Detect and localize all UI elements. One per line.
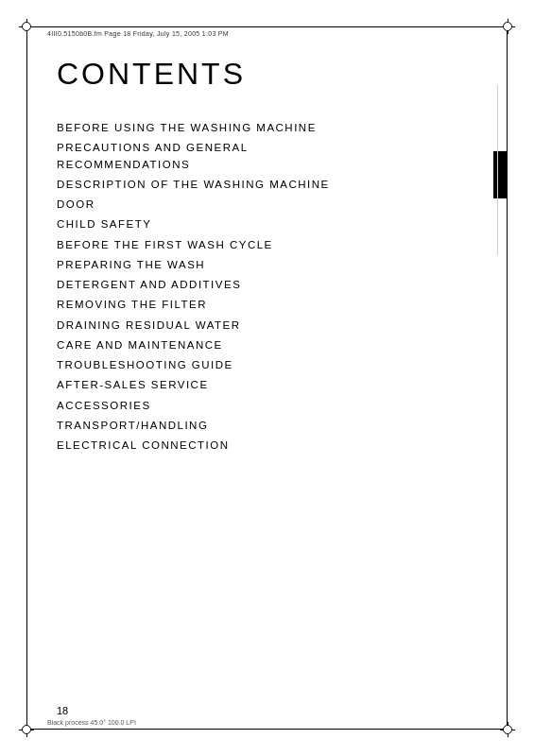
border-left xyxy=(26,26,27,730)
list-item: CARE AND MAINTENANCE xyxy=(57,337,477,353)
list-item: DETERGENT AND ADDITIVES xyxy=(57,277,477,293)
footer-print-info: Black process 45.0° 100.0 LPI xyxy=(47,719,136,726)
toc-list: BEFORE USING THE WASHING MACHINE PRECAUT… xyxy=(57,120,477,454)
right-vertical-line xyxy=(497,85,498,255)
border-right xyxy=(507,26,508,730)
list-item: DESCRIPTION OF THE WASHING MACHINE xyxy=(57,177,477,193)
list-item: ACCESSORIES xyxy=(57,398,477,414)
corner-mark-bottom-right xyxy=(500,722,515,737)
header-info: 4III0.5150b0B.fm Page 18 Friday, July 15… xyxy=(47,30,487,37)
corner-mark-top-left xyxy=(19,19,34,34)
list-item: REMOVING THE FILTER xyxy=(57,297,477,313)
list-item: TROUBLESHOOTING GUIDE xyxy=(57,357,477,373)
corner-mark-top-right xyxy=(500,19,515,34)
border-bottom xyxy=(26,729,508,730)
right-accent-bar xyxy=(493,151,507,198)
page-title: CONTENTS xyxy=(57,57,477,92)
page-number: 18 xyxy=(57,705,68,716)
list-item: BEFORE THE FIRST WASH CYCLE xyxy=(57,237,477,253)
main-content: CONTENTS BEFORE USING THE WASHING MACHIN… xyxy=(57,57,477,699)
list-item: PRECAUTIONS AND GENERALRECOMMENDATIONS xyxy=(57,140,477,173)
footer-area: Black process 45.0° 100.0 LPI xyxy=(47,719,487,726)
list-item: TRANSPORT/HANDLING xyxy=(57,418,477,434)
document-page: 4III0.5150b0B.fm Page 18 Friday, July 15… xyxy=(0,0,534,756)
list-item: DRAINING RESIDUAL WATER xyxy=(57,318,477,334)
header-file-info: 4III0.5150b0B.fm Page 18 Friday, July 15… xyxy=(47,30,229,37)
list-item: DOOR xyxy=(57,197,477,213)
corner-mark-bottom-left xyxy=(19,722,34,737)
border-top xyxy=(26,26,508,27)
list-item: BEFORE USING THE WASHING MACHINE xyxy=(57,120,477,136)
list-item: PREPARING THE WASH xyxy=(57,257,477,273)
list-item: CHILD SAFETY xyxy=(57,216,477,232)
list-item: AFTER-SALES SERVICE xyxy=(57,377,477,393)
list-item: ELECTRICAL CONNECTION xyxy=(57,438,477,454)
